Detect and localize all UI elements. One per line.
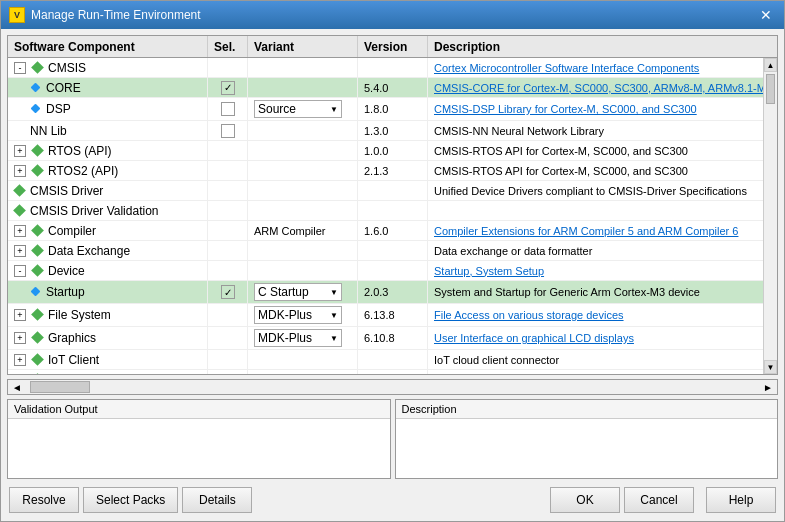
col-version: Version	[358, 36, 428, 57]
expand-button[interactable]: +	[14, 145, 26, 157]
expand-button[interactable]: +	[14, 165, 26, 177]
select-packs-button[interactable]: Select Packs	[83, 487, 178, 513]
version-cell: 1.6.0	[358, 221, 428, 240]
table-body: - CMSIS Cortex Microcontroller Software …	[8, 58, 763, 374]
expand-button[interactable]: +	[14, 225, 26, 237]
sel-cell	[208, 141, 248, 160]
scroll-thumb[interactable]	[766, 74, 775, 104]
expand-button[interactable]: +	[14, 374, 26, 375]
validation-output-panel: Validation Output	[7, 399, 391, 479]
table-row: Startup ✓ C Startup▼ 2.0.3 System and St…	[8, 281, 763, 304]
desc-cell: CMSIS-RTOS API for Cortex-M, SC000, and …	[428, 141, 763, 160]
expand-button[interactable]: +	[14, 309, 26, 321]
sel-cell	[208, 221, 248, 240]
col-variant: Variant	[248, 36, 358, 57]
vertical-scrollbar[interactable]: ▲ ▼	[763, 58, 777, 374]
sel-cell	[208, 350, 248, 369]
scroll-up-button[interactable]: ▲	[764, 58, 777, 72]
expand-button[interactable]: +	[14, 245, 26, 257]
variant-cell: MDK-Plus▼	[248, 304, 358, 326]
help-button[interactable]: Help	[706, 487, 776, 513]
desc-link[interactable]: Compiler Extensions for ARM Compiler 5 a…	[434, 225, 738, 237]
name-cell: + Data Exchange	[8, 241, 208, 260]
sel-cell	[208, 58, 248, 77]
name-cell: CORE	[8, 78, 208, 97]
desc-cell: IoT cloud client connector	[428, 350, 763, 369]
description-panel: Description	[395, 399, 779, 479]
variant-cell	[248, 261, 358, 280]
variant-cell	[248, 201, 358, 220]
variant-select[interactable]: MDK-Plus▼	[254, 306, 342, 324]
h-scroll-thumb[interactable]	[30, 381, 90, 393]
cancel-button[interactable]: Cancel	[624, 487, 694, 513]
component-name: IoT Service	[48, 373, 108, 375]
sel-cell[interactable]	[208, 98, 248, 120]
ok-button[interactable]: OK	[550, 487, 620, 513]
table-scroll-area: - CMSIS Cortex Microcontroller Software …	[8, 58, 777, 374]
expand-button[interactable]: +	[14, 332, 26, 344]
desc-cell: System and Startup for Generic Arm Corte…	[428, 281, 763, 303]
horizontal-scrollbar[interactable]: ◄ ►	[7, 379, 778, 395]
sel-cell[interactable]	[208, 121, 248, 140]
desc-cell	[428, 201, 763, 220]
component-name: DSP	[46, 102, 71, 116]
expand-button[interactable]: +	[14, 354, 26, 366]
variant-select[interactable]: MDK-Plus▼	[254, 329, 342, 347]
table-row: + IoT Service IoT specific services	[8, 370, 763, 374]
version-cell: 1.8.0	[358, 98, 428, 120]
expand-button[interactable]: -	[14, 62, 26, 74]
desc-link[interactable]: Cortex Microcontroller Software Interfac…	[434, 62, 699, 74]
desc-cell: Startup, System Setup	[428, 261, 763, 280]
scroll-down-button[interactable]: ▼	[764, 360, 777, 374]
desc-cell: CMSIS-NN Neural Network Library	[428, 121, 763, 140]
sel-cell	[208, 370, 248, 374]
dropdown-arrow: ▼	[330, 105, 338, 114]
desc-cell: CMSIS-DSP Library for Cortex-M, SC000, a…	[428, 98, 763, 120]
close-button[interactable]: ✕	[756, 7, 776, 23]
details-button[interactable]: Details	[182, 487, 252, 513]
table-row: - Device Startup, System Setup	[8, 261, 763, 281]
description-label: Description	[396, 400, 778, 419]
col-description: Description	[428, 36, 777, 57]
component-name: IoT Client	[48, 353, 99, 367]
variant-select[interactable]: C Startup▼	[254, 283, 342, 301]
desc-link[interactable]: File Access on various storage devices	[434, 309, 624, 321]
name-cell: - CMSIS	[8, 58, 208, 77]
expand-button[interactable]: -	[14, 265, 26, 277]
scroll-track	[764, 72, 777, 360]
resolve-button[interactable]: Resolve	[9, 487, 79, 513]
sel-cell	[208, 241, 248, 260]
bottom-panels: Validation Output Description	[7, 399, 778, 479]
title-bar-left: V Manage Run-Time Environment	[9, 7, 201, 23]
desc-link[interactable]: User Interface on graphical LCD displays	[434, 332, 634, 344]
scroll-left-button[interactable]: ◄	[8, 382, 26, 393]
desc-link[interactable]: CMSIS-DSP Library for Cortex-M, SC000, a…	[434, 103, 697, 115]
version-cell	[358, 58, 428, 77]
checkbox[interactable]: ✓	[221, 285, 235, 299]
sel-cell[interactable]: ✓	[208, 78, 248, 97]
name-cell: + RTOS (API)	[8, 141, 208, 160]
table-row: NN Lib 1.3.0 CMSIS-NN Neural Network Lib…	[8, 121, 763, 141]
desc-cell: User Interface on graphical LCD displays	[428, 327, 763, 349]
version-cell: 2.1.3	[358, 161, 428, 180]
variant-select[interactable]: Source▼	[254, 100, 342, 118]
variant-cell	[248, 58, 358, 77]
variant-cell	[248, 370, 358, 374]
sel-cell[interactable]: ✓	[208, 281, 248, 303]
variant-cell	[248, 141, 358, 160]
desc-link[interactable]: CMSIS-CORE for Cortex-M, SC000, SC300, A…	[434, 82, 763, 94]
version-cell: 6.10.8	[358, 327, 428, 349]
name-cell: - Device	[8, 261, 208, 280]
scroll-right-button[interactable]: ►	[759, 382, 777, 393]
desc-cell: CMSIS-RTOS API for Cortex-M, SC000, and …	[428, 161, 763, 180]
name-cell: NN Lib	[8, 121, 208, 140]
sel-cell	[208, 181, 248, 200]
version-cell: 6.13.8	[358, 304, 428, 326]
checkbox[interactable]	[221, 124, 235, 138]
desc-cell: Data exchange or data formatter	[428, 241, 763, 260]
title-bar: V Manage Run-Time Environment ✕	[1, 1, 784, 29]
checkbox[interactable]: ✓	[221, 81, 235, 95]
desc-link[interactable]: Startup, System Setup	[434, 265, 544, 277]
checkbox[interactable]	[221, 102, 235, 116]
desc-cell: CMSIS-CORE for Cortex-M, SC000, SC300, A…	[428, 78, 763, 97]
